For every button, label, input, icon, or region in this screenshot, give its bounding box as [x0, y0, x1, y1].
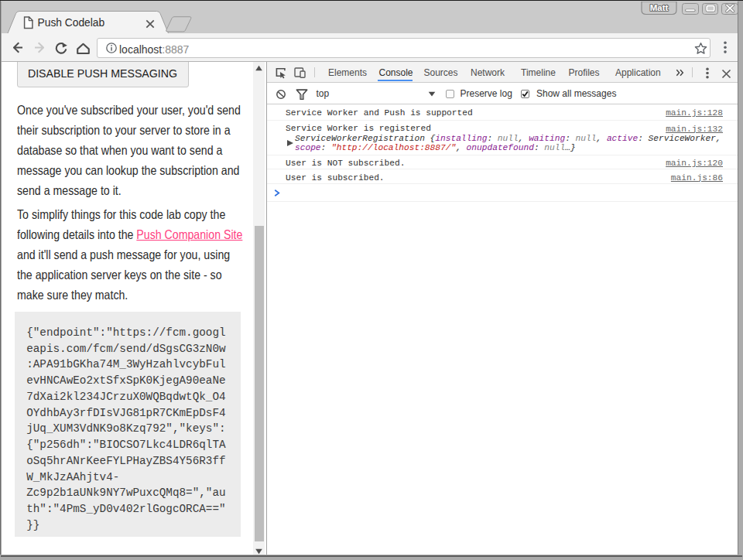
svg-text:Matt: Matt	[650, 3, 669, 12]
